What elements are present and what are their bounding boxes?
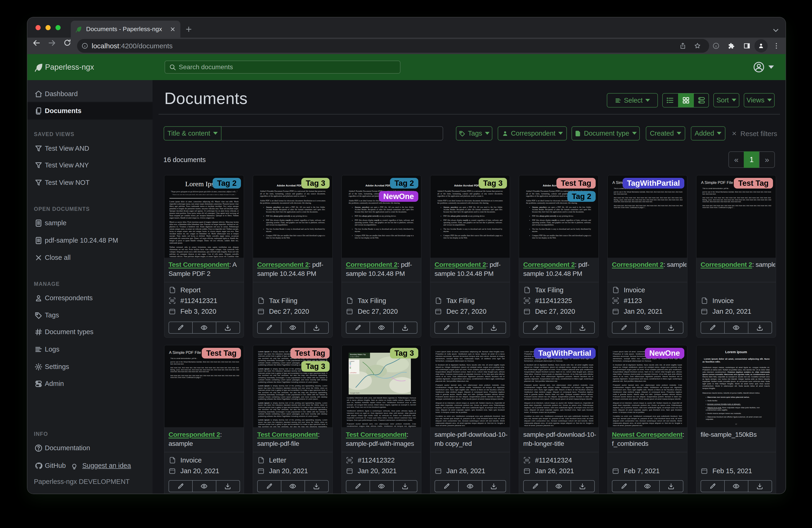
svg-text:Google Earth: Google Earth bbox=[350, 392, 360, 394]
svg-text:14 days in BWCA: 14 days in BWCA bbox=[350, 356, 359, 357]
svg-text:▲ EntryPoint: ▲ EntryPoint bbox=[350, 372, 357, 373]
svg-text:Legend: Legend bbox=[350, 361, 354, 362]
svg-text:Boundary Waters Trip: Boundary Waters Trip bbox=[350, 354, 366, 356]
